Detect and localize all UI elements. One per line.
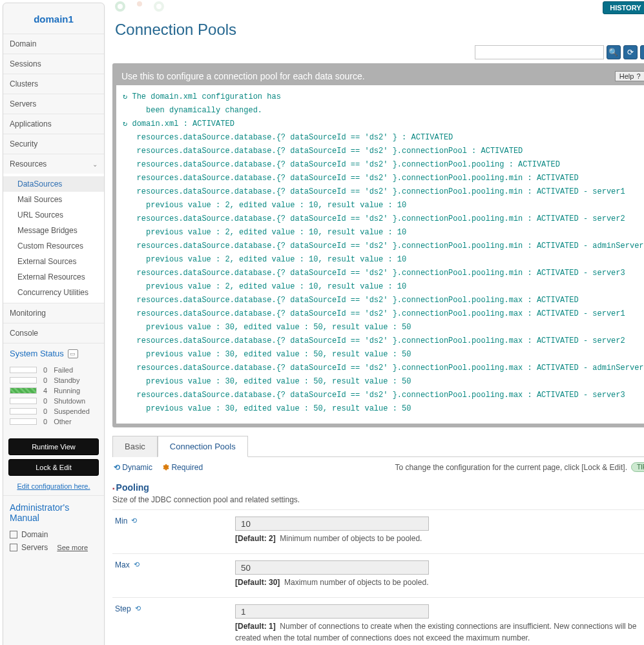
status-bar xyxy=(10,398,37,404)
log-line: previous value : 30, edited value : 50, … xyxy=(123,348,644,362)
refresh-icon[interactable]: ⟳ xyxy=(623,45,638,59)
tabs: Basic Connection Pools xyxy=(112,435,644,457)
legend-dynamic: Dynamic xyxy=(122,463,152,472)
lock-edit-button[interactable]: Lock & Edit xyxy=(8,459,99,476)
section-subtitle: Size of the JDBC connection pool and rel… xyxy=(112,494,644,509)
sub-concurrency[interactable]: Concurrency Utilities xyxy=(3,285,104,300)
status-bar xyxy=(10,387,37,394)
sub-urlsources[interactable]: URL Sources xyxy=(3,207,104,223)
log-line: previous value : 2, edited value : 10, r… xyxy=(123,226,644,240)
sub-externalsources[interactable]: External Sources xyxy=(3,254,104,269)
see-more-link[interactable]: See more xyxy=(57,544,88,551)
search-icon[interactable]: 🔍 xyxy=(607,45,621,59)
legend-required: Required xyxy=(171,463,203,472)
status-bar xyxy=(10,408,37,415)
resources-subnav: DataSources Mail Sources URL Sources Mes… xyxy=(3,174,104,303)
config-panel: Use this to configure a connection pool … xyxy=(112,63,644,427)
min-hint: Minimum number of objects to be pooled. xyxy=(280,534,422,543)
sub-externalresources[interactable]: External Resources xyxy=(3,269,104,285)
dot-icon xyxy=(154,1,164,12)
manual-servers[interactable]: ServersSee more xyxy=(10,541,98,554)
history-button[interactable]: HISTORY ▾ xyxy=(603,1,644,14)
manual-servers-label: Servers xyxy=(21,543,48,552)
section-title-text: Pooling xyxy=(116,482,149,493)
log-line: previous value : 2, edited value : 10, r… xyxy=(123,253,644,267)
status-count: 4 xyxy=(43,387,47,394)
field-max: Max⟲ [Default: 30] Maximum number of obj… xyxy=(112,553,644,597)
log-line: resources.dataSource.database.{? dataSou… xyxy=(123,172,644,185)
status-row: 0Shutdown xyxy=(10,396,98,406)
log-line: previous value : 30, edited value : 50, … xyxy=(123,321,644,334)
activation-log: ↻ The domain.xml configuration has been … xyxy=(116,85,644,424)
log-line: resources.dataSource.database.{? dataSou… xyxy=(123,294,644,307)
status-label: Shutdown xyxy=(54,397,85,405)
status-label: Standby xyxy=(54,376,79,384)
sub-datasources[interactable]: DataSources xyxy=(3,176,104,192)
log-line: been dynamically changed. xyxy=(123,104,644,118)
runtime-view-button[interactable]: Runtime View xyxy=(8,438,99,455)
nav-applications[interactable]: Applications xyxy=(3,114,104,134)
status-count: 0 xyxy=(43,407,47,415)
sub-customresources[interactable]: Custom Resources xyxy=(3,238,104,254)
doc-icon xyxy=(10,544,17,551)
status-count: 0 xyxy=(43,418,47,425)
step-hint: Number of connections to create when the… xyxy=(235,622,636,642)
panel-title: Use this to configure a connection pool … xyxy=(121,71,365,81)
status-count: 0 xyxy=(43,366,47,374)
max-input[interactable] xyxy=(235,560,429,575)
log-line: resources.dataSource.database.{? dataSou… xyxy=(123,389,644,402)
nav-domain[interactable]: Domain xyxy=(3,34,104,54)
export-icon[interactable]: ⇱ xyxy=(640,45,644,59)
status-count: 0 xyxy=(43,397,47,405)
status-meter-icon: ▭ xyxy=(68,349,78,358)
step-label: Step xyxy=(115,604,131,613)
dynamic-icon: ⟲ xyxy=(114,463,120,472)
nav-sessions[interactable]: Sessions xyxy=(3,54,104,74)
log-line: resources.dataSource.database.{? dataSou… xyxy=(123,145,644,158)
main: HISTORY ▾ Connection Pools 🔍 ⟳ ⇱ Use thi… xyxy=(107,0,644,645)
dynamic-icon: ⟲ xyxy=(131,517,137,525)
sub-mailsources[interactable]: Mail Sources xyxy=(3,192,104,207)
system-status-header: System Status ▭ xyxy=(3,343,104,362)
sidebar: domain1 Domain Sessions Clusters Servers… xyxy=(3,3,105,645)
domain-title[interactable]: domain1 xyxy=(3,6,104,34)
search-input[interactable] xyxy=(475,45,604,59)
nav-resources[interactable]: Resources ⌄ xyxy=(3,154,104,174)
status-row: 0Standby xyxy=(10,375,98,385)
manual-domain[interactable]: Domain xyxy=(10,528,98,541)
dynamic-icon: ⟲ xyxy=(135,604,141,613)
step-input[interactable] xyxy=(235,604,429,619)
min-input[interactable] xyxy=(235,517,429,531)
nav-console[interactable]: Console xyxy=(3,323,104,343)
log-line: resources.dataSource.database.{? dataSou… xyxy=(123,185,644,199)
field-min: Min⟲ [Default: 2] Minimum number of obje… xyxy=(112,509,644,553)
status-bar xyxy=(10,418,37,425)
step-default: [Default: 1] xyxy=(235,622,276,631)
log-line: resources.dataSource.database.{? dataSou… xyxy=(123,240,644,253)
log-line: previous value : 30, edited value : 50, … xyxy=(123,375,644,389)
edit-config-link[interactable]: Edit configuration here. xyxy=(3,481,104,495)
nav-servers[interactable]: Servers xyxy=(3,94,104,114)
max-default: [Default: 30] xyxy=(235,578,280,587)
log-line: resources.dataSource.database.{? dataSou… xyxy=(123,158,644,172)
tip-badge: TIP xyxy=(631,462,644,472)
nav-monitoring[interactable]: Monitoring xyxy=(3,303,104,323)
tab-basic[interactable]: Basic xyxy=(112,436,158,457)
required-icon: ✽ xyxy=(163,463,169,472)
page-title: Connection Pools xyxy=(112,14,644,45)
legend: ⟲ Dynamic ✽ Required xyxy=(114,463,203,472)
log-line: resources.dataSource.database.{? dataSou… xyxy=(123,267,644,280)
nav-security[interactable]: Security xyxy=(3,134,104,154)
tab-connection-pools[interactable]: Connection Pools xyxy=(158,436,248,457)
status-label: Failed xyxy=(54,366,73,374)
log-line: resources.dataSource.database.{? dataSou… xyxy=(123,131,644,145)
status-row: 0Other xyxy=(10,416,98,427)
field-step: Step⟲ [Default: 1] Number of connections… xyxy=(112,597,644,645)
system-status: 0Failed0Standby4Running0Shutdown0Suspend… xyxy=(3,362,104,433)
log-line: ↻ domain.xml : ACTIVATED xyxy=(123,118,644,131)
help-button[interactable]: Help? xyxy=(615,71,644,81)
log-line: resources.dataSource.database.{? dataSou… xyxy=(123,334,644,348)
nav-clusters[interactable]: Clusters xyxy=(3,74,104,94)
sub-messagebridges[interactable]: Message Bridges xyxy=(3,223,104,238)
tip-line: To change the configuration for the curr… xyxy=(395,462,644,472)
